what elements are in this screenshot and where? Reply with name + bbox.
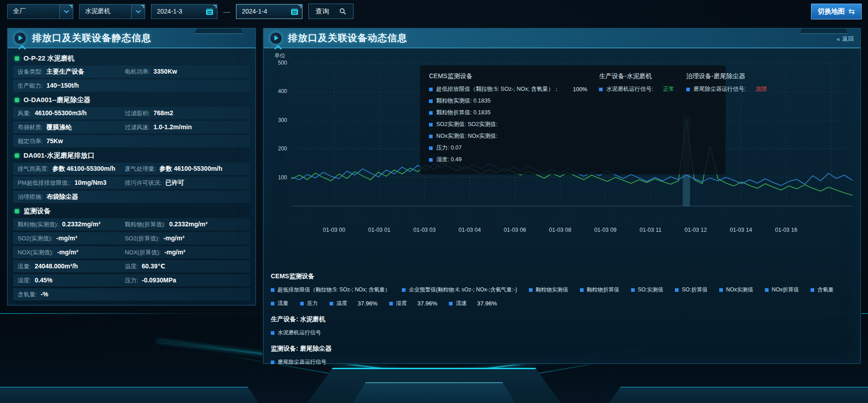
y-axis-unit-label: 单位: [274, 52, 285, 59]
legend-heading: 生产设备: 水泥磨机: [271, 315, 853, 323]
legend-item[interactable]: 水泥磨机运行信号: [271, 329, 321, 337]
legend-item[interactable]: 温度37.96%: [330, 300, 377, 307]
calendar-icon[interactable]: [205, 7, 214, 16]
start-date-input[interactable]: 2024-1-3: [151, 4, 217, 19]
legend-item-label: 压力: [307, 300, 318, 307]
legend-square-icon: [811, 288, 814, 292]
legend-item[interactable]: 压力: [300, 300, 318, 307]
device-select[interactable]: 水泥磨机: [79, 4, 145, 19]
plant-select[interactable]: 全厂: [7, 4, 73, 19]
legend-item-label: 流量: [278, 300, 288, 307]
x-tick-label: 01-03 16: [775, 227, 797, 233]
legend-item-value: 37.96%: [417, 300, 437, 307]
legend-item[interactable]: NOx折算值: [765, 286, 799, 294]
legend-square-icon: [429, 111, 433, 115]
legend-item-label: 超低排放限值（颗拉物:5: SOz-; NOx; 含氧量）: [278, 286, 390, 294]
static-info-title: 排放口及关联设备静态信息: [32, 32, 151, 44]
back-label: 返回: [842, 35, 854, 43]
calendar-icon[interactable]: [290, 7, 299, 16]
field-label: 压力:: [125, 276, 138, 285]
dynamic-info-panel: 排放口及关联设备动态信息 « 返回 100200300400500单位01-03…: [263, 28, 861, 364]
field-value: 10mg/Nm3: [75, 179, 107, 186]
legend-item[interactable]: 流速37.96%: [449, 300, 497, 307]
field-value: 46100-55300m3/h: [35, 109, 87, 117]
plant-select-value: 全厂: [13, 7, 26, 15]
legend-item-label: 企业预警值(颗粒物:4; sOz-; NOx-;含氧气量:-): [409, 286, 517, 294]
end-date-value: 2024-1-4: [242, 8, 267, 15]
chevron-down-icon[interactable]: [131, 5, 145, 19]
y-tick-label: 100: [278, 174, 287, 181]
field-value: 参数 46100-55300m/h: [52, 165, 115, 173]
tooltip-item: 湿度: 0.49: [429, 156, 587, 164]
field-cell: PM超低排排放限值::10mg/Nm3: [18, 179, 125, 187]
status-badge: 故障: [756, 85, 767, 93]
query-button[interactable]: 查询: [308, 4, 354, 19]
legend-item-label: SO:实测值: [638, 286, 664, 294]
legend-item[interactable]: SO:实测值: [631, 286, 664, 294]
tooltip-item-text: 颗粒物折算值: 0.1835: [436, 109, 491, 117]
legend-square-icon: [271, 361, 274, 364]
field-cell: 额定功率:75Kw: [18, 137, 125, 145]
legend-item[interactable]: 含氧量: [811, 286, 834, 294]
y-tick-label: 400: [278, 88, 287, 94]
field-label: SO2(折算值):: [125, 234, 160, 243]
field-cell: 流量:24048.000m³/h: [18, 262, 125, 271]
corner-accent: [141, 5, 144, 8]
legend-item[interactable]: 企业预警值(颗粒物:4; sOz-; NOx-;含氧气量:-): [402, 286, 517, 294]
legend-square-icon: [429, 158, 433, 162]
legend-item[interactable]: 湿度37.96%: [389, 300, 437, 307]
tooltip-item-text: 超低排放限值（颗拉物:5: SOz-; NOx; 含氧量）：: [436, 85, 559, 93]
field-label: 流量:: [18, 262, 31, 271]
corner-accent: [298, 5, 302, 8]
field-value: 主要生产设备: [47, 68, 85, 76]
switch-map-button[interactable]: 切换地图 ⇆: [811, 4, 862, 19]
legend-item[interactable]: 磨尾除尘器运行信号: [271, 358, 326, 366]
legend-item[interactable]: SO:折算值: [675, 286, 708, 294]
green-bullet-icon: [15, 56, 19, 61]
legend-item-value: 37.96%: [358, 300, 377, 307]
legend-square-icon: [271, 302, 274, 305]
chevron-glyph: [64, 8, 69, 13]
y-tick-label: 200: [278, 145, 287, 152]
green-bullet-icon: [15, 154, 19, 158]
tooltip-item: 压力: 0.07: [429, 144, 587, 152]
y-tick-label: 500: [278, 60, 287, 66]
tooltip-column: 生产设备-水泥磨机水泥磨机运行信号:正常: [599, 72, 674, 168]
chevron-glyph: [136, 8, 141, 13]
dynamic-info-header: 排放口及关联设备动态信息 « 返回: [264, 28, 860, 48]
legend-item[interactable]: NOx实测值: [719, 286, 753, 294]
field-label: 排污许可状况:: [125, 179, 162, 187]
static-info-panel: 排放口及关联设备静态信息 O-P-22 水泥磨机设备类型:主要生产设备电机功率:…: [7, 28, 256, 305]
chevron-down-icon[interactable]: [59, 5, 73, 19]
legend-item[interactable]: 超低排放限值（颗拉物:5: SOz-; NOx; 含氧量）: [271, 286, 390, 294]
tooltip-item: SO2实测值: SO2实测值:: [429, 121, 587, 128]
static-info-header: 排放口及关联设备静态信息: [8, 28, 255, 48]
tooltip-column: 治理设备-磨尾除尘器磨尾除尘器运行信号:故障: [686, 72, 767, 168]
field-cell: 治理措施:布袋除尘器: [18, 193, 125, 201]
swap-arrows-icon: ⇆: [849, 7, 855, 16]
play-icon: [14, 32, 26, 44]
topbar: 全厂 水泥磨机 2024-1-3 — 2024-1-4 查询: [7, 4, 354, 19]
tooltip-item: 水泥磨机运行信号:正常: [599, 85, 674, 93]
section-header-label: O-P-22 水泥磨机: [24, 54, 75, 63]
footer-edge-left: [0, 387, 259, 403]
legend-item[interactable]: 颗粒物实测值: [529, 286, 568, 294]
legend-square-icon: [429, 88, 433, 91]
legend-item[interactable]: 颗粒物折算值: [580, 286, 619, 294]
field-label: 设备类型:: [18, 68, 43, 76]
legend-item-label: 温度: [336, 300, 347, 307]
green-bullet-icon: [15, 209, 19, 213]
back-link[interactable]: « 返回: [837, 35, 854, 43]
legend-square-icon: [402, 288, 406, 292]
legend-item[interactable]: 流量: [271, 300, 288, 307]
end-date-input[interactable]: 2024-1-4: [236, 4, 302, 19]
table-row: 排气筒高度:参数 46100-55300m/h废气处理量:参数 46100-55…: [13, 163, 250, 175]
field-value: -0.0930MPa: [142, 276, 176, 284]
field-value: 60.39℃: [142, 262, 165, 270]
field-value: 0.45%: [35, 276, 53, 284]
legend-item-label: 颗粒物实测值: [536, 286, 568, 294]
tooltip-item: 颗粒物实测值: 0.1835: [429, 97, 587, 105]
tooltip-item: 磨尾除尘器运行信号:故障: [686, 85, 767, 93]
legend-square-icon: [271, 331, 274, 335]
table-row: 布袋材质:覆膜涤纶过滤风速:1.0-1.2m/min: [13, 121, 250, 133]
